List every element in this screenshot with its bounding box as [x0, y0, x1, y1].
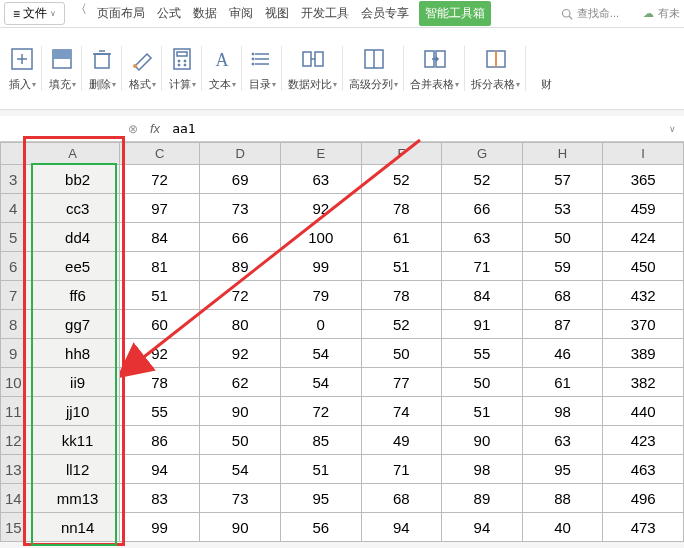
cell[interactable]: 68	[361, 484, 442, 513]
row-header[interactable]: 5	[1, 223, 26, 252]
col-header[interactable]: D	[200, 143, 281, 165]
cell[interactable]: 98	[522, 397, 603, 426]
command-search[interactable]: 查找命... ☁ 有未	[561, 6, 680, 21]
cell[interactable]: 91	[442, 310, 523, 339]
col-header[interactable]: H	[522, 143, 603, 165]
row-header[interactable]: 6	[1, 252, 26, 281]
cell[interactable]: 63	[442, 223, 523, 252]
cell[interactable]: nn14	[26, 513, 119, 542]
col-header[interactable]: A	[26, 143, 119, 165]
cell[interactable]: 72	[280, 397, 361, 426]
chevron-down-icon[interactable]: ∨	[669, 124, 676, 134]
cell[interactable]: 50	[522, 223, 603, 252]
cell[interactable]: 86	[119, 426, 200, 455]
cell[interactable]: 63	[522, 426, 603, 455]
cell[interactable]: 55	[442, 339, 523, 368]
cell[interactable]: 100	[280, 223, 361, 252]
cell[interactable]: ll12	[26, 455, 119, 484]
file-menu-button[interactable]: ≡ 文件 ∨	[4, 2, 65, 25]
tool-advanced-split[interactable]: 高级分列▾	[343, 37, 404, 100]
cell[interactable]: 61	[522, 368, 603, 397]
cell[interactable]: 66	[442, 194, 523, 223]
tool-split-table[interactable]: 拆分表格▾	[465, 37, 526, 100]
col-header[interactable]: G	[442, 143, 523, 165]
cell[interactable]: 56	[280, 513, 361, 542]
cell[interactable]: 90	[442, 426, 523, 455]
cell[interactable]: 81	[119, 252, 200, 281]
cell[interactable]: ff6	[26, 281, 119, 310]
cell[interactable]: 79	[280, 281, 361, 310]
tool-insert[interactable]: 插入▾	[2, 37, 42, 100]
tool-text[interactable]: A 文本▾	[202, 37, 242, 100]
cell[interactable]: 463	[603, 455, 684, 484]
col-header[interactable]: C	[119, 143, 200, 165]
cell[interactable]: 77	[361, 368, 442, 397]
row-header[interactable]: 9	[1, 339, 26, 368]
ribbon-tab-member[interactable]: 会员专享	[359, 1, 411, 26]
cell[interactable]: 50	[200, 426, 281, 455]
cell[interactable]: 84	[442, 281, 523, 310]
cell[interactable]: 69	[200, 165, 281, 194]
cell[interactable]: 78	[361, 194, 442, 223]
cell[interactable]: 71	[361, 455, 442, 484]
cell[interactable]: 432	[603, 281, 684, 310]
col-header[interactable]: E	[280, 143, 361, 165]
tool-fin[interactable]: 财	[526, 37, 560, 100]
cell[interactable]: mm13	[26, 484, 119, 513]
cell[interactable]: 51	[280, 455, 361, 484]
cell[interactable]: 73	[200, 194, 281, 223]
cell[interactable]: 40	[522, 513, 603, 542]
cell[interactable]: 52	[361, 165, 442, 194]
cell[interactable]: 62	[200, 368, 281, 397]
cell[interactable]: ee5	[26, 252, 119, 281]
fx-cancel-icon[interactable]: ⊗	[128, 122, 138, 136]
cell[interactable]: 54	[280, 339, 361, 368]
ribbon-tab-data[interactable]: 数据	[191, 1, 219, 26]
ribbon-tab-devtools[interactable]: 开发工具	[299, 1, 351, 26]
cell[interactable]: 49	[361, 426, 442, 455]
cell[interactable]: 389	[603, 339, 684, 368]
cell[interactable]: 92	[119, 339, 200, 368]
cell[interactable]: 90	[200, 397, 281, 426]
cell[interactable]: dd4	[26, 223, 119, 252]
cell[interactable]: 87	[522, 310, 603, 339]
cell[interactable]: 59	[522, 252, 603, 281]
cell[interactable]: bb2	[26, 165, 119, 194]
cell[interactable]: 370	[603, 310, 684, 339]
cell[interactable]: 95	[522, 455, 603, 484]
cell[interactable]: 85	[280, 426, 361, 455]
row-header[interactable]: 4	[1, 194, 26, 223]
cell[interactable]: 72	[119, 165, 200, 194]
cell[interactable]: 55	[119, 397, 200, 426]
cell[interactable]: 0	[280, 310, 361, 339]
cell[interactable]: 99	[119, 513, 200, 542]
cell[interactable]: 365	[603, 165, 684, 194]
cell[interactable]: gg7	[26, 310, 119, 339]
cell[interactable]: 80	[200, 310, 281, 339]
cell[interactable]: 83	[119, 484, 200, 513]
cell[interactable]: kk11	[26, 426, 119, 455]
cell[interactable]: 459	[603, 194, 684, 223]
cell[interactable]: 423	[603, 426, 684, 455]
cell[interactable]: 57	[522, 165, 603, 194]
cell[interactable]: 46	[522, 339, 603, 368]
row-header[interactable]: 10	[1, 368, 26, 397]
ribbon-tab-smarttoolbox[interactable]: 智能工具箱	[419, 1, 491, 26]
cell[interactable]: 473	[603, 513, 684, 542]
cell[interactable]: 496	[603, 484, 684, 513]
cell[interactable]: 54	[280, 368, 361, 397]
row-header[interactable]: 15	[1, 513, 26, 542]
cell[interactable]: 60	[119, 310, 200, 339]
select-all-corner[interactable]	[1, 143, 26, 165]
tool-fill[interactable]: 填充▾	[42, 37, 82, 100]
cell[interactable]: 52	[442, 165, 523, 194]
ribbon-tab-review[interactable]: 审阅	[227, 1, 255, 26]
cell[interactable]: hh8	[26, 339, 119, 368]
cell[interactable]: 99	[280, 252, 361, 281]
cell[interactable]: 50	[361, 339, 442, 368]
cell[interactable]: 89	[442, 484, 523, 513]
tool-data-compare[interactable]: 数据对比▾	[282, 37, 343, 100]
cell[interactable]: 440	[603, 397, 684, 426]
cell[interactable]: 94	[119, 455, 200, 484]
cell[interactable]: 382	[603, 368, 684, 397]
